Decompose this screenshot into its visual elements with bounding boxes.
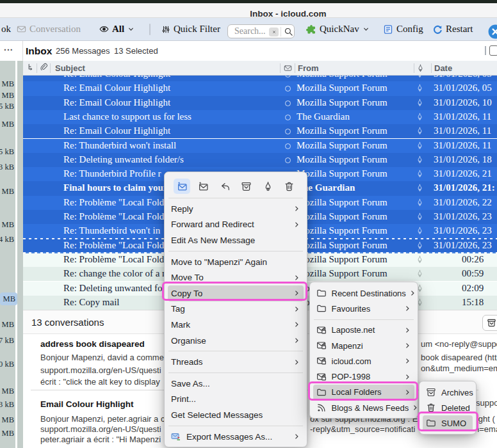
config-button[interactable]: Config <box>383 18 423 40</box>
message-from: Mozilla Support Forum <box>297 168 387 179</box>
menu-item[interactable]: Move to "Mapenzi" Again <box>165 254 307 270</box>
junk-icon[interactable] <box>416 184 424 195</box>
junk-icon[interactable] <box>416 99 424 109</box>
menu-item[interactable]: Export Messages As... <box>165 429 307 445</box>
conversation-icon <box>17 24 26 34</box>
junk-column-icon[interactable] <box>416 63 425 75</box>
message-row[interactable]: Re: Thunderbird won't install Mozilla Su… <box>23 139 497 153</box>
submenu-chevron-icon <box>293 305 300 313</box>
junk-icon[interactable] <box>416 127 424 138</box>
correspondent-icon <box>285 143 291 149</box>
menu-item[interactable]: Favourites <box>310 301 418 316</box>
junk-icon[interactable] <box>416 76 424 81</box>
message-date: 31/01/2026, 11 <box>434 140 491 151</box>
menu-item[interactable]: Blogs & News Feeds <box>310 400 418 415</box>
message-row[interactable]: Re: Email Colour Highlight Mozilla Suppo… <box>23 96 497 110</box>
junk-icon[interactable] <box>416 255 424 266</box>
toolbar-left-fragment[interactable]: ok <box>1 18 11 40</box>
menu-item[interactable]: Forward and Redirect <box>165 217 307 233</box>
message-subject: Re: Email Colour Highlight <box>63 76 170 79</box>
menu-item[interactable]: Move To <box>165 269 307 285</box>
archive-button[interactable] <box>482 315 497 331</box>
overflow-button[interactable]: ... <box>4 42 13 52</box>
from-column[interactable]: From <box>298 63 319 73</box>
close-circle-button[interactable] <box>488 24 497 42</box>
message-date: 31/01/2026, 23 <box>434 211 492 222</box>
restart-button[interactable]: Restart <box>432 18 473 40</box>
clear-search-icon[interactable] <box>269 28 279 36</box>
junk-icon[interactable] <box>416 227 424 237</box>
mail-star-action-icon[interactable] <box>174 179 190 194</box>
menu-item[interactable]: Organise <box>165 333 307 349</box>
message-row[interactable]: Re: Email Colour Highlight Mozilla Suppo… <box>23 124 497 138</box>
conversation-button[interactable]: Conversation <box>17 18 81 40</box>
menu-item[interactable]: Mapenzi <box>310 338 418 353</box>
junk-icon[interactable] <box>416 198 424 209</box>
message-from: Mozilla Support Forum <box>297 125 387 136</box>
preview-text: Bonjour Mapenzi, peter.agriair a c <box>40 414 165 424</box>
junk-icon[interactable] <box>416 156 424 166</box>
menu-item[interactable]: Mark <box>165 317 307 333</box>
preview-text: peter.agriair a écrit : "Hi Mapenzi <box>40 435 161 444</box>
message-subject: Re: Problème "Local Fold <box>63 254 164 265</box>
subject-column[interactable]: Subject <box>55 63 85 73</box>
menu-item[interactable]: Print... <box>165 392 307 408</box>
junk-icon[interactable] <box>416 113 424 124</box>
menu-item[interactable]: Archives <box>420 385 476 400</box>
message-row[interactable]: Re: Email Colour Highlight Mozilla Suppo… <box>23 76 497 81</box>
message-row[interactable]: Last chance to support us for less The G… <box>23 110 497 124</box>
junk-icon[interactable] <box>416 212 424 223</box>
chevron-down-icon <box>363 26 370 33</box>
menu-item[interactable]: Copy To <box>165 285 307 301</box>
view-filter-button[interactable]: All <box>99 18 134 40</box>
submenu-chevron-icon <box>403 342 411 349</box>
submenu-chevron-icon <box>293 289 300 297</box>
menu-item[interactable]: Threads <box>165 354 307 370</box>
message-from: Mozilla Support Forum <box>297 97 387 108</box>
menu-item[interactable]: Recent Destinations <box>310 285 418 301</box>
reply-arrow-action-icon[interactable] <box>216 179 233 194</box>
size-label: MB <box>0 79 14 89</box>
preview-title: Email Colour Highlight <box>40 399 134 409</box>
size-label: 5 kB <box>0 102 14 111</box>
menu-item[interactable]: icloud.com <box>310 353 418 369</box>
menu-item[interactable]: Deleted <box>420 400 476 415</box>
message-subject: Re: Deleting unwanted fo <box>63 283 163 294</box>
message-row[interactable]: Re: Deleting unwanted folder/s Mozilla S… <box>23 153 497 167</box>
size-label: MB <box>0 415 14 425</box>
preview-text: suppo <box>476 398 497 408</box>
message-row[interactable]: Re: Email Colour Highlight Mozilla Suppo… <box>23 81 497 95</box>
trash-action-icon[interactable] <box>281 179 298 194</box>
menu-item[interactable]: Local Folders <box>310 385 418 400</box>
menu-item[interactable]: Laposte.net <box>310 323 418 338</box>
junk-icon[interactable] <box>416 269 424 280</box>
menu-item[interactable]: SUMO <box>420 415 476 431</box>
view-options-icon[interactable] <box>489 45 497 56</box>
menu-item[interactable]: Reply <box>165 201 307 217</box>
junk-icon[interactable] <box>416 84 424 95</box>
preview-text: support.mozilla.org/en-US/questi <box>40 365 161 375</box>
menu-item[interactable]: POP-1998 <box>310 369 418 384</box>
mail-star-action-icon[interactable] <box>195 179 212 194</box>
junk-icon[interactable] <box>416 241 424 252</box>
menu-item[interactable]: Tag <box>165 301 307 317</box>
search-input[interactable]: Search... <box>227 24 295 38</box>
correspondents-column-icon[interactable] <box>284 63 292 75</box>
attachment-column-icon[interactable] <box>39 63 48 74</box>
quicknav-button[interactable]: QuickNav <box>306 18 370 40</box>
junk-icon[interactable] <box>416 141 424 152</box>
size-chip: MB <box>0 292 17 305</box>
junk-icon[interactable] <box>416 170 424 180</box>
menu-item[interactable]: Save As... <box>165 376 307 392</box>
quick-filter-button[interactable]: Quick Filter <box>161 18 220 40</box>
flame-action-icon[interactable] <box>259 179 276 194</box>
message-subject: Re: Deleting unwanted folder/s <box>63 154 184 165</box>
date-column[interactable]: Date <box>434 63 452 73</box>
menu-item[interactable]: Edit As New Message <box>165 232 307 248</box>
archive-action-icon[interactable] <box>238 179 255 194</box>
message-date: 31/01/2026, 23 <box>434 225 492 236</box>
thread-column-icon[interactable] <box>26 63 36 75</box>
archive-icon <box>426 387 436 397</box>
size-label: 0 kB <box>0 360 14 369</box>
menu-item[interactable]: Get Selected Messages <box>165 407 307 423</box>
